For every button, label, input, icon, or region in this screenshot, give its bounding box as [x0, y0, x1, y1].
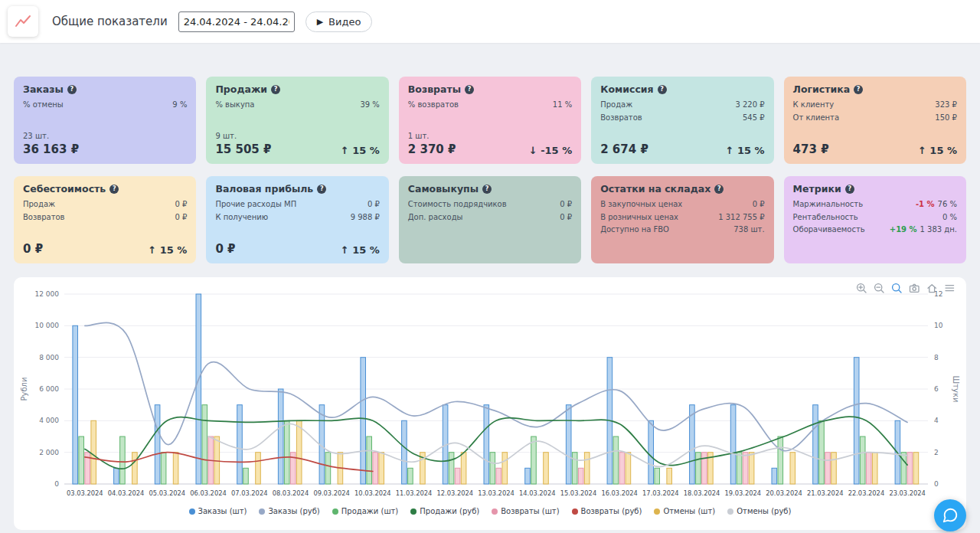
- card-row: Прочие расходы МП0 ₽: [215, 199, 379, 210]
- legend-item[interactable]: Возвраты (шт): [492, 507, 559, 515]
- date-range-input[interactable]: [178, 11, 295, 32]
- card-header: Заказы?: [23, 83, 187, 95]
- card-total: 0 ₽: [23, 242, 43, 256]
- card-total: 15 505 ₽: [215, 142, 271, 156]
- help-icon[interactable]: ?: [658, 85, 667, 94]
- help-icon[interactable]: ?: [67, 85, 77, 94]
- legend-label: Продажи (руб): [420, 507, 479, 515]
- accent-value: -1 %: [916, 200, 935, 208]
- card-row: Продаж3 220 ₽: [600, 100, 764, 110]
- legend-label: Заказы (руб): [268, 507, 319, 515]
- bar: [655, 468, 660, 484]
- legend-dot-icon: [572, 508, 578, 515]
- chat-fab-button[interactable]: [934, 499, 966, 531]
- row-value-text: 11 %: [553, 100, 572, 109]
- legend-label: Возвраты (руб): [581, 507, 642, 515]
- row-label: Доступно на FBO: [600, 224, 669, 235]
- bar: [73, 325, 78, 484]
- row-value: 39 %: [360, 100, 379, 110]
- x-tick-label: 18.03.2024: [684, 489, 720, 497]
- help-icon[interactable]: ?: [317, 185, 326, 194]
- legend-item[interactable]: Заказы (руб): [259, 507, 319, 515]
- help-icon[interactable]: ?: [854, 85, 863, 94]
- chart-svg[interactable]: 02 0004 0006 0008 00010 00012 0000246810…: [17, 283, 960, 507]
- row-value-text: 0 ₽: [560, 200, 572, 208]
- help-icon[interactable]: ?: [714, 185, 724, 194]
- row-label: Прочие расходы МП: [215, 199, 296, 210]
- camera-icon[interactable]: [909, 283, 920, 294]
- chart-legend: Заказы (шт)Заказы (руб)Продажи (шт)Прода…: [17, 507, 963, 515]
- footer-left: 0 ₽: [23, 242, 43, 256]
- card-quantity: 9 шт.: [215, 132, 271, 140]
- card-rows: Продаж3 220 ₽Возвратов545 ₽: [600, 100, 764, 123]
- y-right-tick: 10: [934, 322, 943, 329]
- legend-item[interactable]: Возвраты (руб): [572, 507, 642, 515]
- x-tick-label: 06.03.2024: [190, 489, 227, 497]
- card-title-text: Самовыкупы: [408, 183, 479, 195]
- row-label: Возвратов: [23, 212, 65, 223]
- help-icon[interactable]: ?: [465, 85, 474, 94]
- row-value-text: 0 ₽: [175, 213, 187, 221]
- bar: [737, 453, 742, 484]
- app-logo[interactable]: [8, 6, 38, 37]
- box-zoom-icon[interactable]: [891, 283, 903, 294]
- legend-item[interactable]: Отмены (шт): [654, 507, 715, 515]
- home-icon[interactable]: [926, 283, 938, 294]
- legend-item[interactable]: Отмены (руб): [727, 507, 791, 515]
- bar: [243, 468, 249, 484]
- zoom-in-icon[interactable]: [856, 283, 867, 294]
- card-footer: 0 ₽↑ 15 %: [215, 242, 379, 256]
- bar: [907, 453, 913, 484]
- card-row: Стоимость подрядчиков0 ₽: [408, 199, 572, 210]
- video-button[interactable]: ▶ Видео: [305, 11, 373, 32]
- row-value-text: 545 ₽: [743, 113, 765, 122]
- card-self-buyouts: Самовыкупы?Стоимость подрядчиков0 ₽Доп. …: [399, 176, 581, 263]
- card-footer: 9 шт.15 505 ₽↑ 15 %: [215, 132, 379, 156]
- row-label: В закупочных ценах: [600, 199, 682, 210]
- card-rows: % отмены9 %: [23, 100, 187, 110]
- row-label: Продаж: [23, 199, 55, 210]
- card-row: Возвратов0 ₽: [23, 212, 187, 223]
- legend-dot-icon: [410, 508, 416, 515]
- legend-item[interactable]: Заказы (шт): [189, 507, 247, 515]
- help-icon[interactable]: ?: [845, 185, 854, 194]
- bar: [361, 358, 366, 484]
- legend-dot-icon: [259, 508, 265, 515]
- row-value: 738 шт.: [733, 224, 764, 235]
- row-value: 0 ₽: [368, 199, 380, 210]
- bar: [484, 405, 489, 484]
- help-icon[interactable]: ?: [271, 85, 280, 94]
- row-value-text: 738 шт.: [733, 225, 764, 234]
- card-title-text: Продажи: [215, 83, 267, 95]
- bar: [531, 437, 537, 484]
- help-icon[interactable]: ?: [482, 185, 492, 194]
- x-tick-label: 13.03.2024: [478, 489, 514, 497]
- help-icon[interactable]: ?: [109, 185, 119, 194]
- bar: [284, 420, 289, 484]
- row-value: 0 ₽: [753, 199, 765, 210]
- x-tick-label: 05.03.2024: [149, 489, 186, 497]
- bar: [402, 420, 407, 484]
- card-footer: 23 шт.36 163 ₽: [23, 132, 187, 156]
- metric-cards: Заказы?% отмены9 %23 шт.36 163 ₽Продажи?…: [14, 77, 966, 263]
- bar: [490, 453, 495, 484]
- row-value: 0 %: [942, 212, 957, 223]
- card-row: % отмены9 %: [23, 100, 187, 110]
- row-label: К клиенту: [793, 100, 835, 110]
- legend-item[interactable]: Продажи (шт): [332, 507, 399, 515]
- menu-icon[interactable]: [944, 283, 956, 294]
- topbar: Общие показатели ▶ Видео: [0, 0, 980, 43]
- legend-label: Отмены (шт): [663, 507, 715, 515]
- legend-item[interactable]: Продажи (руб): [410, 507, 479, 515]
- card-row: В розничных ценах1 312 755 ₽: [600, 212, 764, 223]
- card-header: Самовыкупы?: [408, 183, 572, 195]
- bar: [790, 453, 795, 484]
- x-tick-label: 03.03.2024: [67, 489, 103, 497]
- legend-label: Возвраты (шт): [501, 507, 559, 515]
- row-value: 0 ₽: [560, 212, 572, 223]
- bar: [866, 453, 871, 484]
- bar: [496, 468, 501, 484]
- zoom-out-icon[interactable]: [874, 283, 885, 294]
- card-title-text: Себестоимость: [23, 183, 106, 195]
- bar: [854, 358, 859, 484]
